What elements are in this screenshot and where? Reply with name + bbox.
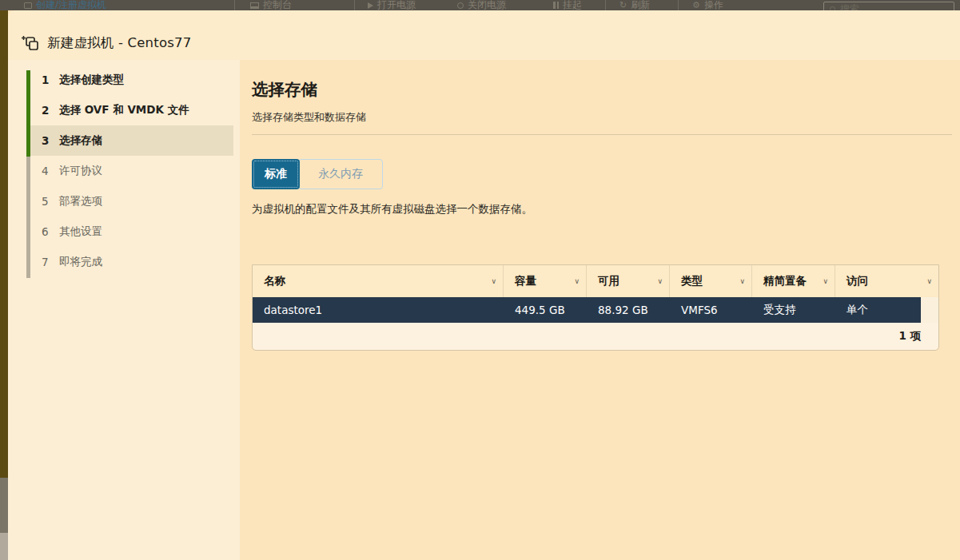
wizard-step-7[interactable]: 7 即将完成 (30, 247, 233, 277)
wizard-steps-sidebar: 1 选择创建类型 2 选择 OVF 和 VMDK 文件 3 选择存储 4 许可协… (8, 60, 240, 560)
datastore-table: 名称 ∨ 容量 ∨ 可用 ∨ 类型 ∨ (252, 264, 939, 351)
chevron-down-icon[interactable]: ∨ (926, 277, 932, 285)
toolbar-item-suspend[interactable]: 挂起 (553, 0, 582, 10)
toolbar-item-refresh[interactable]: ↻ 刷新 (619, 0, 650, 10)
toolbar-item-power-on[interactable]: 打开电源 (368, 0, 416, 10)
refresh-icon: ↻ (619, 0, 627, 10)
cell-name: datastore1 (253, 297, 504, 323)
toolbar-item-console[interactable]: 控制台 (250, 0, 292, 10)
column-header-free[interactable]: 可用 ∨ (587, 265, 670, 297)
column-header-type[interactable]: 类型 ∨ (670, 265, 752, 297)
gear-icon: ⚙ (692, 0, 700, 10)
divider (252, 134, 952, 135)
table-row-datastore1-selected[interactable]: datastore1 449.5 GB 88.92 GB VMFS6 受支持 单… (253, 297, 938, 323)
table-footer: 1 项 (253, 323, 938, 350)
toolbar-separator (605, 0, 606, 10)
scrollbar-gutter[interactable] (921, 297, 938, 323)
wizard-step-4[interactable]: 4 许可协议 (30, 156, 233, 186)
toolbar-item-actions[interactable]: ⚙ 操作 (692, 0, 723, 10)
cell-free: 88.92 GB (587, 297, 670, 323)
background-toolbar: 创建/注册虚拟机 控制台 打开电源 关闭电源 挂起 ↻ 刷新 ⚙ 操作 搜索 (0, 0, 960, 10)
column-header-capacity[interactable]: 容量 ∨ (504, 265, 587, 297)
search-placeholder: 搜索 (840, 2, 859, 11)
cell-capacity: 449.5 GB (504, 297, 587, 323)
instruction-text: 为虚拟机的配置文件及其所有虚拟磁盘选择一个数据存储。 (252, 202, 532, 216)
chevron-down-icon[interactable]: ∨ (574, 277, 580, 285)
cell-thin-provisioning: 受支持 (752, 297, 835, 323)
new-vm-icon (21, 35, 40, 52)
column-header-name[interactable]: 名称 ∨ (253, 265, 504, 297)
wizard-content-pane: 选择存储 选择存储类型和数据存储 标准 永久内存 为虚拟机的配置文件及其所有虚拟… (240, 60, 960, 560)
power-off-icon (457, 2, 464, 9)
toolbar-item-create-vm[interactable]: 创建/注册虚拟机 (24, 0, 106, 10)
wizard-step-5[interactable]: 5 部署选项 (30, 186, 233, 216)
storage-type-tabs: 标准 永久内存 (252, 159, 383, 189)
page-title: 选择存储 (252, 78, 960, 101)
toolbar-separator (678, 0, 679, 10)
chevron-down-icon[interactable]: ∨ (657, 277, 663, 285)
dialog-title: 新建虚拟机 - Centos77 (47, 34, 191, 52)
table-header-row: 名称 ∨ 容量 ∨ 可用 ∨ 类型 ∨ (253, 265, 938, 297)
tab-persistent-memory[interactable]: 永久内存 (298, 159, 383, 189)
chevron-down-icon[interactable]: ∨ (491, 277, 496, 285)
new-vm-wizard-dialog: 新建虚拟机 - Centos77 1 选择创建类型 2 选择 OVF 和 VMD… (8, 10, 960, 560)
wizard-step-1[interactable]: 1 选择创建类型 (30, 65, 233, 95)
new-vm-icon (24, 2, 32, 9)
tab-standard[interactable]: 标准 (252, 159, 300, 189)
column-header-thin-provisioning[interactable]: 精简置备 ∨ (752, 265, 835, 297)
dimmed-page-edge (0, 10, 8, 560)
chevron-down-icon[interactable]: ∨ (739, 277, 745, 285)
cell-access: 单个 (835, 297, 921, 323)
dialog-header: 新建虚拟机 - Centos77 (8, 10, 960, 60)
console-icon (250, 2, 259, 9)
power-on-icon (368, 2, 373, 9)
toolbar-separator (234, 0, 235, 10)
suspend-icon (553, 2, 559, 9)
toolbar-item-power-off[interactable]: 关闭电源 (457, 0, 506, 10)
wizard-step-6[interactable]: 6 其他设置 (30, 216, 233, 247)
item-count: 1 项 (898, 329, 921, 344)
wizard-step-3-current[interactable]: 3 选择存储 (30, 125, 233, 156)
wizard-step-2[interactable]: 2 选择 OVF 和 VMDK 文件 (30, 95, 233, 125)
column-header-access[interactable]: 访问 ∨ (835, 265, 938, 297)
toolbar-separator (354, 0, 355, 10)
chevron-down-icon[interactable]: ∨ (823, 277, 828, 285)
search-input[interactable]: 搜索 (823, 2, 954, 10)
cell-type: VMFS6 (670, 297, 752, 323)
page-subtitle: 选择存储类型和数据存储 (252, 110, 960, 125)
